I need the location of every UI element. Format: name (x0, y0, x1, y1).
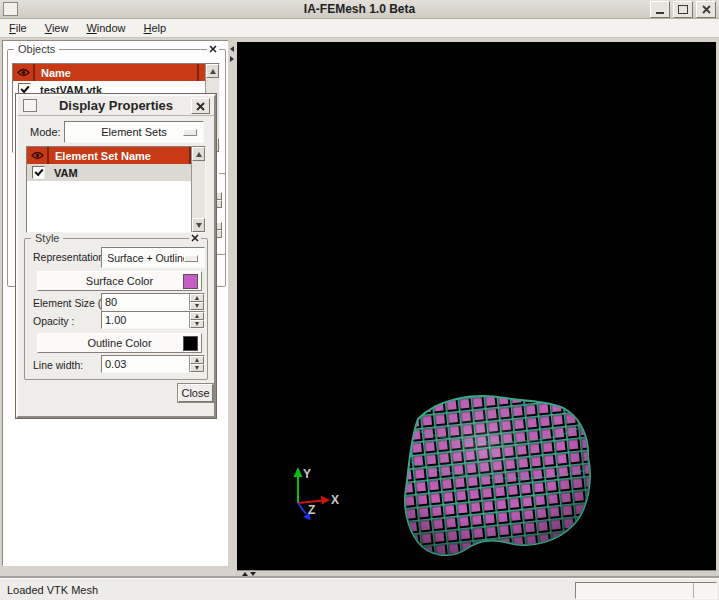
objects-table-header: Name (13, 64, 205, 81)
eye-icon (17, 68, 30, 77)
element-set-scrollbar[interactable] (191, 147, 205, 232)
scroll-down-icon[interactable] (192, 218, 205, 232)
element-size-spinbox[interactable]: 80 (101, 293, 205, 311)
mode-value: Element Sets (101, 126, 166, 138)
surface-color-swatch (183, 274, 198, 289)
element-set-table: Element Set Name VAM (26, 146, 206, 233)
line-width-spinbox[interactable]: 0.03 (101, 355, 205, 373)
mesh-object[interactable] (405, 396, 590, 555)
style-group-title: Style (31, 232, 63, 244)
line-width-label: Line width: (33, 359, 83, 371)
scroll-up-icon[interactable] (192, 147, 205, 161)
element-set-row-vam[interactable]: VAM (27, 164, 191, 181)
status-bar: Loaded VTK Mesh (0, 578, 719, 600)
objects-group-title: Objects (14, 43, 59, 55)
surface-color-button[interactable]: Surface Color (37, 271, 202, 291)
representation-option-menu[interactable]: Surface + Outline (101, 247, 205, 268)
window-title: IA-FEMesh 1.0 Beta (0, 2, 719, 16)
menubar: File View Window Help (0, 19, 719, 38)
spin-up-icon[interactable] (190, 312, 204, 320)
option-grip-icon (183, 129, 197, 136)
element-size-value[interactable]: 80 (102, 294, 189, 310)
visibility-checkbox[interactable] (32, 166, 45, 179)
z-axis-label: Z (308, 503, 315, 517)
maximize-button[interactable] (673, 1, 693, 18)
render-viewport[interactable]: Y X Z (237, 42, 716, 570)
element-set-header: Element Set Name (27, 147, 191, 164)
status-message: Loaded VTK Mesh (7, 584, 98, 596)
surface-color-label: Surface Color (86, 275, 153, 287)
render-scene: Y X Z (237, 42, 716, 570)
spin-down-icon[interactable] (190, 320, 204, 328)
dialog-close-button[interactable] (191, 98, 210, 114)
outline-color-label: Outline Color (87, 337, 151, 349)
dialog-window-icon[interactable] (23, 99, 37, 112)
window-titlebar: IA-FEMesh 1.0 Beta (0, 0, 719, 19)
spin-down-icon[interactable] (190, 302, 204, 310)
viewport-slider-strip[interactable] (237, 570, 716, 577)
opacity-value[interactable]: 1.00 (102, 312, 189, 328)
scroll-up-icon[interactable] (206, 64, 219, 78)
panel-splitter[interactable] (228, 40, 237, 570)
opacity-spinbox[interactable]: 1.00 (101, 311, 205, 329)
outline-color-button[interactable]: Outline Color (37, 333, 202, 353)
dialog-close-action-button[interactable]: Close (178, 384, 213, 402)
menu-view[interactable]: View (36, 20, 78, 36)
mode-option-menu[interactable]: Element Sets (64, 121, 204, 143)
slider-tick-icon (242, 572, 248, 576)
mode-label: Mode: (30, 126, 61, 138)
objects-group-close-icon[interactable] (207, 44, 219, 54)
opacity-label: Opacity : (33, 315, 74, 327)
splitter-expand-icon[interactable] (230, 56, 234, 62)
objects-name-header[interactable]: Name (35, 64, 199, 81)
dialog-titlebar[interactable]: Display Properties (18, 96, 214, 116)
minimize-icon (656, 12, 664, 14)
status-progress-field (575, 582, 717, 599)
line-width-value[interactable]: 0.03 (102, 356, 189, 372)
splitter-collapse-icon[interactable] (230, 46, 234, 52)
display-properties-dialog: Display Properties Mode: Element Sets El… (16, 94, 216, 418)
representation-label: Representation: (33, 251, 107, 263)
minimize-button[interactable] (650, 1, 670, 18)
slider-tick-icon (250, 572, 256, 576)
status-field-divider (693, 583, 694, 598)
style-group-close-icon[interactable] (189, 233, 201, 243)
spin-down-icon[interactable] (190, 364, 204, 372)
option-grip-icon (184, 255, 198, 262)
representation-value: Surface + Outline (107, 252, 188, 264)
close-icon (702, 5, 711, 14)
y-axis-label: Y (303, 467, 311, 481)
menu-help[interactable]: Help (135, 20, 176, 36)
window-menu-icon[interactable] (3, 2, 18, 16)
maximize-icon (678, 5, 688, 14)
element-set-name[interactable]: VAM (49, 167, 191, 179)
eye-icon (31, 151, 44, 160)
style-group: Style Representation: Surface + Outline … (24, 238, 208, 380)
outline-color-swatch (183, 336, 198, 351)
spin-up-icon[interactable] (190, 356, 204, 364)
x-axis-label: X (331, 493, 339, 507)
menu-file[interactable]: File (0, 20, 36, 36)
menu-window[interactable]: Window (77, 20, 134, 36)
close-button[interactable] (696, 1, 716, 18)
dialog-close-icon (196, 102, 205, 111)
dialog-title: Display Properties (18, 98, 214, 113)
element-set-name-header[interactable]: Element Set Name (49, 147, 191, 164)
spin-up-icon[interactable] (190, 294, 204, 302)
